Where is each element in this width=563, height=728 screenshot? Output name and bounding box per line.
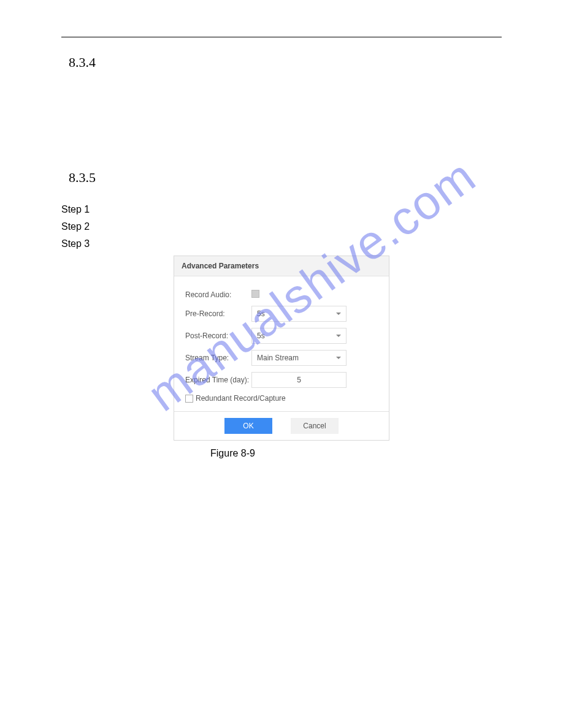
- document-page: 8.3.4 8.3.5 Step 1 Step 2 Step 3 Advance…: [0, 0, 563, 459]
- record-audio-label: Record Audio:: [185, 290, 251, 299]
- pre-record-select[interactable]: 5s: [251, 306, 347, 322]
- record-audio-value: [251, 290, 378, 300]
- stream-type-label: Stream Type:: [185, 354, 251, 362]
- chevron-down-icon: [336, 335, 341, 337]
- cancel-button[interactable]: Cancel: [291, 418, 339, 434]
- section-heading-835: 8.3.5: [69, 170, 502, 186]
- spacer: [61, 89, 502, 162]
- section-heading-834: 8.3.4: [69, 55, 502, 70]
- advanced-parameters-dialog: Advanced Parameters Record Audio: Pre-Re…: [174, 256, 389, 441]
- expired-time-label: Expired Time (day):: [185, 376, 251, 384]
- redundant-checkbox[interactable]: [185, 395, 193, 403]
- chevron-down-icon: [336, 313, 341, 315]
- dialog-footer: OK Cancel: [174, 411, 389, 440]
- step-3: Step 3: [61, 238, 502, 249]
- step-1: Step 1: [61, 204, 502, 215]
- post-record-value: 5s: [257, 332, 265, 340]
- row-pre-record: Pre-Record: 5s: [185, 306, 378, 322]
- stream-type-select[interactable]: Main Stream: [251, 350, 347, 366]
- pre-record-label: Pre-Record:: [185, 309, 251, 318]
- chevron-down-icon: [336, 357, 341, 359]
- top-rule: [61, 37, 502, 37]
- redundant-label: Redundant Record/Capture: [196, 394, 286, 403]
- dialog-body: Record Audio: Pre-Record: 5s P: [174, 276, 389, 411]
- dialog-wrapper: Advanced Parameters Record Audio: Pre-Re…: [174, 256, 389, 459]
- expired-time-input[interactable]: [251, 372, 347, 388]
- row-post-record: Post-Record: 5s: [185, 328, 378, 344]
- row-stream-type: Stream Type: Main Stream: [185, 350, 378, 366]
- pre-record-value: 5s: [257, 309, 265, 318]
- row-record-audio: Record Audio:: [185, 290, 378, 300]
- step-2: Step 2: [61, 221, 502, 232]
- stream-type-value: Main Stream: [257, 354, 299, 362]
- dialog-title: Advanced Parameters: [174, 256, 389, 276]
- figure-caption: Figure 8-9: [210, 448, 389, 459]
- record-audio-checkbox[interactable]: [251, 290, 259, 298]
- ok-button[interactable]: OK: [224, 418, 272, 434]
- row-expired-time: Expired Time (day):: [185, 372, 378, 388]
- post-record-label: Post-Record:: [185, 332, 251, 340]
- row-redundant: Redundant Record/Capture: [185, 394, 378, 403]
- post-record-select[interactable]: 5s: [251, 328, 347, 344]
